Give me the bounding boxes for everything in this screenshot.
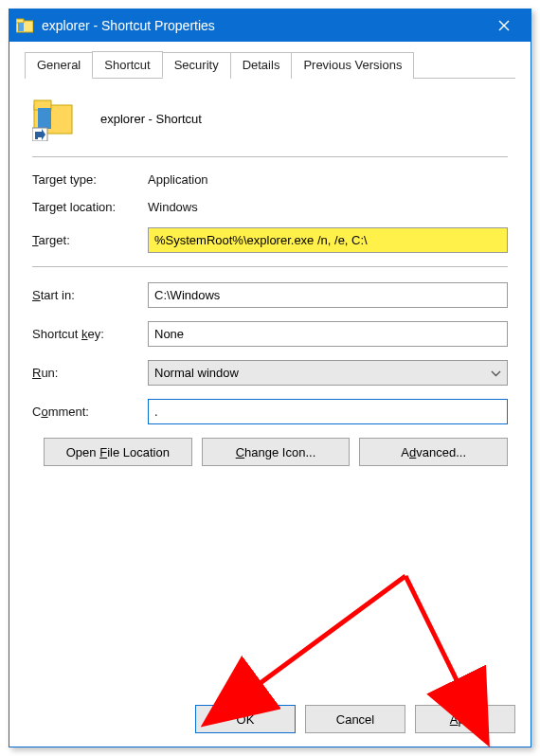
tab-details[interactable]: Details — [230, 52, 293, 79]
apply-button[interactable]: Apply — [415, 705, 515, 733]
tab-shortcut[interactable]: Shortcut — [92, 51, 162, 78]
target-type-value: Application — [148, 172, 508, 187]
target-location-label: Target location: — [32, 200, 148, 214]
startin-input[interactable] — [148, 282, 508, 308]
run-select[interactable]: Normal window — [148, 360, 508, 386]
chevron-down-icon — [491, 368, 501, 379]
folder-icon — [15, 16, 34, 35]
svg-rect-1 — [16, 19, 24, 23]
tab-general[interactable]: General — [25, 52, 93, 79]
target-label: Target: — [32, 233, 148, 247]
tab-previous-versions[interactable]: Previous Versions — [291, 52, 414, 79]
change-icon-button[interactable]: Change Icon... — [202, 438, 351, 466]
window-title: explorer - Shortcut Properties — [42, 18, 483, 33]
comment-input[interactable] — [148, 399, 508, 424]
open-file-location-button[interactable]: Open File Location — [44, 438, 192, 466]
footer-buttons: OK Cancel Apply — [9, 692, 531, 747]
ok-button[interactable]: OK — [195, 705, 296, 733]
shortcut-icon — [32, 96, 78, 141]
tabs: General Shortcut Security Details Previo… — [25, 51, 515, 79]
startin-label: Start in: — [32, 288, 148, 302]
shortcutkey-input[interactable] — [148, 321, 508, 347]
close-icon — [498, 20, 510, 31]
advanced-button[interactable]: Advanced... — [359, 438, 508, 466]
svg-rect-2 — [18, 23, 24, 31]
target-type-label: Target type: — [32, 172, 148, 187]
title-bar: explorer - Shortcut Properties — [9, 9, 531, 42]
close-button[interactable] — [483, 10, 525, 41]
properties-dialog: explorer - Shortcut Properties General S… — [9, 9, 531, 747]
content-area: General Shortcut Security Details Previo… — [9, 42, 531, 692]
run-label: Run: — [32, 366, 148, 380]
comment-label: Comment: — [32, 405, 148, 419]
divider — [32, 266, 508, 267]
target-input[interactable] — [148, 227, 508, 253]
tab-security[interactable]: Security — [162, 52, 231, 79]
shortcutkey-label: Shortcut key: — [32, 327, 148, 341]
tab-content: explorer - Shortcut Target type: Applica… — [25, 79, 515, 692]
divider — [32, 156, 508, 157]
cancel-button[interactable]: Cancel — [305, 705, 405, 733]
svg-rect-7 — [38, 108, 51, 129]
target-location-value: Windows — [148, 200, 508, 214]
shortcut-name: explorer - Shortcut — [100, 112, 202, 126]
